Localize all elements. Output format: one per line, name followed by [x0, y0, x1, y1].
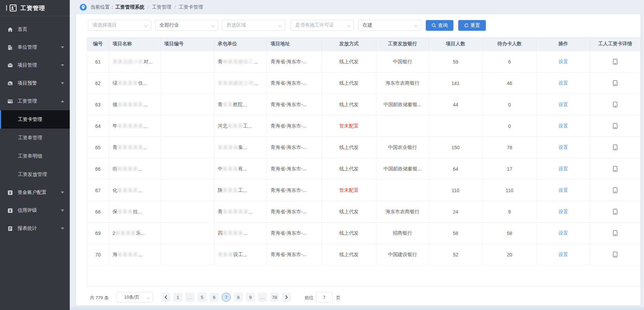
card-detail-icon[interactable] [613, 102, 617, 107]
search-button[interactable]: 查询 [426, 20, 453, 31]
page-ellipsis[interactable]: ... [258, 293, 267, 302]
page-button[interactable]: 1 [173, 293, 182, 302]
breadcrumb-root[interactable]: 工资管理系统 [115, 4, 144, 10]
card-detail-icon[interactable] [613, 80, 617, 86]
settings-link[interactable]: 设置 [558, 102, 568, 108]
cell-method: 线上代发 [322, 223, 376, 244]
sidebar-item[interactable]: 工资管理 [0, 92, 70, 110]
sidebar-subitem[interactable]: 工资单明细 [0, 147, 70, 165]
visible-text: 住 [138, 80, 143, 86]
cell-bank: 海东市农商银行 [376, 201, 429, 222]
cell-project-no [161, 244, 214, 265]
settings-link[interactable]: 设置 [558, 80, 568, 86]
page-button[interactable]: 7 [222, 293, 231, 302]
page-ellipsis[interactable]: ... [185, 293, 194, 302]
settings-link[interactable]: 设置 [558, 209, 568, 215]
sidebar-item[interactable]: 首页 [0, 20, 70, 38]
cell-contractor: 河北某某某工... [214, 115, 267, 137]
chevron-down-icon [61, 64, 64, 66]
reset-button[interactable]: 重置 [458, 20, 486, 31]
settings-link[interactable]: 设置 [558, 230, 568, 236]
sidebar-item[interactable]: 信用评级 [0, 201, 70, 219]
settings-link[interactable]: 设置 [558, 59, 568, 65]
breadcrumb-item[interactable]: 工资卡管理 [179, 4, 203, 10]
table-header-row: 编号项目名称项目编号承包单位项目地址发放方式工资发放银行项目人数待办卡人数操作工… [87, 37, 640, 51]
settings-link[interactable]: 设置 [558, 144, 568, 151]
card-detail-icon[interactable] [613, 209, 617, 215]
cell-address: 青海省-海东市-... [267, 51, 322, 72]
projects-table: 编号项目名称项目编号承包单位项目地址发放方式工资发放银行项目人数待办卡人数操作工… [87, 37, 641, 286]
sidebar-subitem[interactable]: 工资发放管理 [0, 165, 70, 184]
visible-text: 对 [144, 59, 148, 65]
table-row: 70海某某某某...某某某设工...青海省-海东市-...线上代发中国建设银行5… [87, 244, 640, 265]
filter-select[interactable]: 所选区域 [222, 20, 285, 31]
cell-project-no [161, 201, 214, 222]
sidebar-subitem[interactable]: 工资单管理 [0, 129, 70, 147]
visible-text: 青 [218, 102, 223, 108]
card-detail-icon[interactable] [613, 123, 617, 129]
settings-link[interactable]: 设置 [558, 187, 568, 194]
page-button[interactable]: 9 [246, 293, 255, 302]
column-header: 编号 [87, 37, 109, 51]
cell-pending: 17 [483, 158, 537, 179]
visible-text: 绿 [113, 80, 117, 86]
sidebar-item[interactable]: 报表统计 [0, 219, 70, 237]
settings-link[interactable]: 设置 [558, 252, 568, 258]
cell-action: 设置 [537, 180, 590, 201]
ellipsis: ... [138, 252, 142, 257]
prev-page-button[interactable] [161, 293, 170, 302]
app-logo: 工资管理 [0, 0, 70, 16]
bottom-scrollbar-track[interactable] [70, 307, 644, 310]
cell-address: 青海省-海东市-... [267, 94, 322, 115]
sidebar-subitem[interactable]: 工资卡管理 [0, 110, 70, 129]
breadcrumb-prefix: 当前位置： [90, 4, 115, 10]
sidebar-item[interactable]: 资金账户配置 [0, 184, 70, 201]
redacted-text: 某某 [223, 102, 233, 108]
column-header: 待办卡人数 [483, 37, 537, 51]
ellipsis: ... [148, 59, 153, 65]
cell-people: 150 [429, 137, 483, 158]
card-detail-icon[interactable] [613, 166, 617, 172]
location-pin-icon [79, 3, 87, 11]
card-detail-icon[interactable] [613, 230, 617, 236]
page-button[interactable]: 8 [234, 293, 243, 302]
filter-select[interactable]: 是否有施工许可证 [291, 20, 354, 31]
goto-page-input[interactable]: 7 [316, 292, 333, 302]
column-header: 项目人数 [429, 37, 483, 51]
page-size-select[interactable]: 10条/页 [116, 292, 153, 302]
filter-select[interactable]: 请选择项目 [88, 20, 151, 31]
sidebar-subitem-label: 工资单明细 [18, 153, 42, 159]
cell-card-detail [590, 158, 640, 179]
sidebar-item[interactable]: 项目管理 [0, 56, 70, 74]
chevron-down-icon [61, 82, 64, 84]
building-icon [7, 44, 13, 50]
visible-text: 有 [238, 166, 243, 172]
page-button[interactable]: 5 [198, 293, 206, 302]
settings-link[interactable]: 设置 [558, 123, 568, 129]
visible-text: 青 [218, 209, 223, 215]
filter-select[interactable]: 在建 [358, 20, 421, 31]
report-icon [7, 225, 13, 232]
settings-link[interactable]: 设置 [558, 166, 568, 172]
ellipsis: ... [243, 188, 247, 193]
card-detail-icon[interactable] [613, 187, 617, 193]
next-page-button[interactable] [282, 293, 291, 302]
page-button[interactable]: 6 [210, 293, 219, 302]
table-row: 66街某某某某...中某某某有...青海省-海东市-...线上代发中国邮政储蓄银… [87, 158, 640, 179]
cell-method: 线上代发 [322, 137, 376, 158]
redacted-text: 某某某某 [218, 144, 239, 151]
card-detail-icon[interactable] [613, 252, 617, 257]
card-detail-icon[interactable] [613, 59, 617, 65]
cell-project-no [161, 137, 214, 158]
chevron-down-icon [145, 24, 148, 27]
cell-contractor: 陕某某某工... [214, 180, 267, 201]
breadcrumb-item[interactable]: 工资管理 [152, 4, 171, 10]
card-detail-icon[interactable] [613, 144, 617, 150]
sidebar-item[interactable]: 单位管理 [0, 38, 70, 56]
ellipsis: ... [243, 145, 248, 150]
cell-bank: 中国邮政储蓄银... [376, 94, 429, 115]
filter-select[interactable]: 全部行业 [155, 20, 218, 31]
table-row: 65青某某某某某...某某某某集...青海省-海东市-...线上代发中国农业银行… [87, 137, 640, 158]
sidebar-item[interactable]: 项目预警 [0, 74, 70, 92]
page-button[interactable]: 78 [270, 293, 279, 302]
